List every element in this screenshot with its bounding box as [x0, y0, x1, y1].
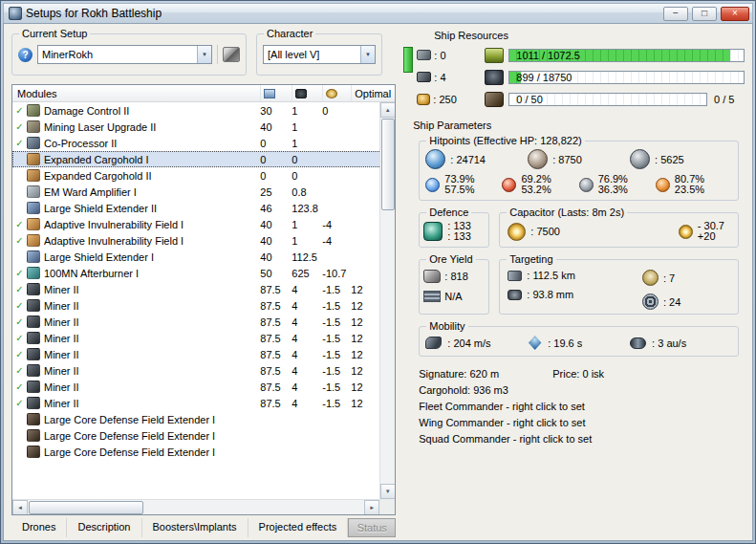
module-row[interactable]: ✓Miner II87.54-1.512	[12, 379, 395, 395]
module-row[interactable]: Expanded Cargohold I00	[12, 151, 395, 167]
module-row[interactable]: ✓100MN Afterburner I50625-10.7	[12, 265, 395, 281]
scrollbar-thumb[interactable]	[29, 501, 143, 514]
character-combobox[interactable]: [All level V] ▼	[263, 45, 376, 64]
armor-resist-value: 23.5%	[675, 185, 704, 195]
capacitor-icon	[508, 223, 526, 241]
module-powergrid-value: 4	[292, 333, 322, 344]
targeting-range-icon	[508, 271, 522, 281]
minimize-button[interactable]: −	[663, 7, 688, 21]
ice-harvester-icon	[423, 291, 441, 302]
module-row[interactable]: Large Core Defense Field Extender I	[12, 444, 395, 460]
module-row[interactable]: Large Core Defense Field Extender I	[12, 427, 395, 444]
powergrid-column-header[interactable]	[292, 85, 322, 101]
explosive-resist-icon	[656, 178, 670, 192]
module-row[interactable]: Large Shield Extender I40112.5	[12, 249, 395, 265]
ice-yield-value: N/A	[444, 291, 462, 302]
module-cap-value: -1.5	[322, 365, 351, 377]
module-row[interactable]: ✓Miner II87.54-1.512	[12, 281, 395, 297]
hitpoints-group: Hitpoints (Effective HP: 128,822) : 2471…	[419, 141, 739, 201]
dropdown-arrow-icon[interactable]: ▼	[197, 46, 211, 63]
signature-resolution-cell: : 93.8 mm	[508, 289, 642, 300]
help-icon[interactable]: ?	[18, 48, 32, 62]
tab-description[interactable]: Description	[67, 518, 141, 537]
scan-strength-cell: : 24	[642, 294, 730, 310]
tab-projected-effects[interactable]: Projected effects	[248, 518, 349, 537]
module-row[interactable]: Large Shield Extender II46123.8	[12, 200, 395, 216]
module-row[interactable]: ✓Mining Laser Upgrade II401	[12, 119, 395, 135]
module-powergrid-value: 1	[292, 121, 322, 133]
module-row[interactable]: EM Ward Amplifier I250.8	[12, 184, 395, 200]
ore-targeting-row: Ore Yield : 818 N/A Targeting	[419, 259, 739, 315]
scroll-up-button[interactable]: ▲	[380, 102, 396, 118]
cpu-bar: 1011 / 1072.5	[508, 49, 745, 62]
modules-list-header[interactable]: Modules Optimal	[12, 85, 395, 102]
tab-boosters-implants[interactable]: Boosters\Implants	[142, 518, 248, 537]
titlebar[interactable]: Setups for Rokh Battleship − □ ×	[3, 3, 753, 23]
module-row[interactable]: ✓Co-Processor II01	[12, 135, 395, 151]
miner-icon	[27, 381, 40, 393]
module-cap-value: -1.5	[322, 398, 351, 409]
defence-capacitor-row: Defence : 133 : 133 Capacitor (Lasts: 8m…	[419, 212, 739, 248]
module-cap-value: 0	[322, 105, 351, 117]
wing-commander-text[interactable]: Wing Commander - right click to set	[419, 415, 745, 431]
signature-resolution-icon	[508, 290, 522, 300]
scrollbar-thumb[interactable]	[381, 119, 395, 210]
module-row[interactable]: ✓Miner II87.54-1.512	[12, 362, 395, 379]
module-row[interactable]: ✓Damage Control II3010	[12, 102, 395, 119]
cpu-column-header[interactable]	[260, 85, 292, 101]
tab-drones[interactable]: Drones	[11, 518, 67, 537]
warp-speed-value: : 3 au/s	[652, 337, 686, 349]
powergrid-bar-text: 899 / 18750	[516, 72, 572, 83]
right-pane: Ship Resources : 0 1011 / 1072.5	[403, 24, 752, 540]
modules-column-header[interactable]: Modules	[12, 88, 260, 99]
align-time-cell: : 19.6 s	[528, 336, 630, 350]
maximize-button[interactable]: □	[692, 7, 717, 21]
close-button[interactable]: ×	[721, 7, 749, 21]
module-cap-value: -10.7	[322, 268, 351, 279]
dropdown-arrow-icon[interactable]: ▼	[360, 46, 375, 63]
scan-strength-value: : 24	[663, 296, 680, 308]
signature-text: Signature: 620 m	[419, 366, 552, 382]
scroll-down-button[interactable]: ▼	[380, 484, 396, 499]
defence-label: Defence	[426, 207, 471, 218]
structure-icon	[630, 149, 650, 169]
module-name: Miner II	[44, 300, 260, 312]
powergrid-resource-row: : 4 899 / 18750	[417, 66, 745, 88]
warp-speed-icon	[630, 337, 646, 349]
module-row[interactable]: ✓Miner II87.54-1.512	[12, 314, 395, 330]
optimal-column-header[interactable]: Optimal	[351, 85, 395, 101]
module-powergrid-value: 4	[292, 316, 322, 328]
module-row[interactable]: ✓Adaptive Invulnerability Field I401-4	[12, 216, 395, 232]
capacitor-column-header[interactable]	[322, 85, 351, 101]
scroll-left-button[interactable]: ◄	[12, 500, 28, 515]
module-row[interactable]: ✓Adaptive Invulnerability Field I401-4	[12, 232, 395, 249]
module-cpu-value: 40	[260, 121, 292, 133]
module-row[interactable]: Expanded Cargohold II00	[12, 167, 395, 184]
targeting-right-column: : 7 : 24	[642, 270, 730, 310]
em-ward-amplifier-icon	[27, 185, 40, 198]
module-row[interactable]: Large Core Defense Field Extender I	[12, 411, 395, 427]
vertical-scrollbar[interactable]: ▲ ▼	[379, 102, 395, 499]
thermal-resist: 69.2%53.2%	[502, 174, 578, 195]
afterburner-icon	[27, 267, 40, 279]
module-row[interactable]: ✓Miner II87.54-1.512	[12, 346, 395, 362]
max-targets-icon	[642, 270, 659, 286]
expanded-cargohold-icon	[27, 169, 40, 182]
module-row[interactable]: ✓Miner II87.54-1.512	[12, 330, 395, 346]
module-cpu-value: 87.5	[260, 398, 292, 409]
module-powergrid-value: 4	[292, 365, 322, 377]
module-row[interactable]: ✓Miner II87.54-1.512	[12, 395, 395, 411]
scroll-right-button[interactable]: ►	[364, 500, 379, 515]
module-active-check-icon: ✓	[12, 235, 27, 246]
squad-commander-text[interactable]: Squad Commander - right click to set	[419, 431, 745, 447]
tools-icon[interactable]	[223, 47, 240, 62]
hitpoints-label: Hitpoints (Effective HP: 128,822)	[426, 135, 584, 146]
warp-speed-cell: : 3 au/s	[630, 337, 732, 349]
setup-combobox[interactable]: MinerRokh ▼	[37, 45, 212, 64]
horizontal-scrollbar[interactable]: ◄ ►	[12, 499, 379, 514]
module-row[interactable]: ✓Miner II87.54-1.512	[12, 297, 395, 314]
tab-bar: DronesDescriptionBoosters\ImplantsProjec…	[11, 518, 348, 537]
fleet-commander-text[interactable]: Fleet Commander - right click to set	[419, 399, 745, 415]
module-name: Co-Processor II	[44, 138, 260, 149]
module-powergrid-value: 0	[292, 170, 322, 182]
